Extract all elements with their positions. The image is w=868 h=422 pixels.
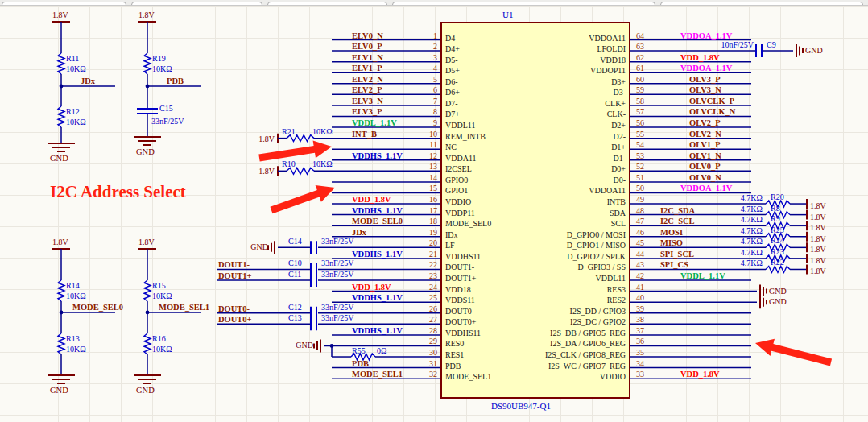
resistor-value[interactable]: 0Ω bbox=[377, 347, 386, 355]
net-label[interactable]: VDDL_1.1V bbox=[680, 272, 725, 281]
resistor-ref[interactable]: R23 bbox=[771, 248, 784, 256]
sheet-tab[interactable] bbox=[131, 2, 262, 6]
gnd-label[interactable]: GND bbox=[805, 47, 823, 55]
power-rail-label[interactable]: 1.8V bbox=[810, 257, 826, 265]
net-label[interactable]: JDx bbox=[81, 77, 95, 86]
capacitor-value[interactable]: 10nF/25V bbox=[721, 41, 754, 49]
capacitor-ref[interactable]: C15 bbox=[159, 105, 173, 113]
net-label[interactable]: ELV0_P bbox=[352, 43, 382, 52]
net-label[interactable]: VDDOA_1.1V bbox=[680, 32, 732, 41]
net-label[interactable]: ELV1_P bbox=[352, 64, 382, 73]
net-label[interactable]: OLV1_N bbox=[689, 152, 721, 161]
resistor-symbol[interactable] bbox=[287, 168, 314, 174]
net-label[interactable]: ELV0_N bbox=[352, 32, 383, 41]
resistor-value[interactable]: 10KΩ bbox=[152, 345, 172, 354]
net-label[interactable]: MOSI bbox=[660, 229, 683, 238]
resistor-ref[interactable]: R19 bbox=[152, 55, 166, 63]
resistor-symbol[interactable] bbox=[144, 53, 151, 74]
net-label[interactable]: VDDHS_1.1V bbox=[352, 152, 403, 161]
capacitor-value[interactable]: 33nF/25V bbox=[321, 271, 354, 279]
net-label[interactable]: MODE_SEL0 bbox=[72, 304, 123, 312]
gnd-label[interactable]: GND bbox=[136, 387, 155, 395]
net-label[interactable]: VDDHS_1.1V bbox=[352, 250, 403, 259]
chip-refdes[interactable]: U1 bbox=[502, 10, 513, 19]
net-label[interactable]: OLV2_N bbox=[689, 130, 721, 139]
net-label[interactable]: VDDOA_1.1V bbox=[680, 64, 732, 73]
net-label[interactable]: MODE_SEL1 bbox=[352, 370, 403, 379]
resistor-symbol[interactable] bbox=[58, 280, 64, 301]
resistor-value[interactable]: 4.7KΩ bbox=[741, 259, 763, 267]
power-rail-label[interactable]: 1.8V bbox=[138, 11, 155, 19]
resistor-symbol[interactable] bbox=[144, 280, 151, 301]
capacitor-ref[interactable]: C12 bbox=[288, 304, 302, 312]
resistor-value[interactable]: 4.7KΩ bbox=[741, 216, 763, 224]
capacitor-ref[interactable]: C9 bbox=[767, 41, 776, 49]
gnd-label[interactable]: GND bbox=[769, 298, 787, 306]
annotation-arrow[interactable] bbox=[258, 141, 332, 162]
resistor-ref[interactable]: R21 bbox=[282, 128, 296, 136]
net-label[interactable]: VDD_1.8V bbox=[680, 54, 720, 63]
net-label[interactable]: DOUT0+ bbox=[218, 316, 252, 325]
power-rail-label[interactable]: 1.8V bbox=[810, 213, 826, 221]
net-label[interactable]: OLV0_P bbox=[689, 163, 721, 172]
net-label[interactable]: JDx bbox=[352, 229, 366, 238]
power-rail-label[interactable]: 1.8V bbox=[138, 238, 155, 246]
net-label[interactable]: ELV1_N bbox=[352, 54, 383, 63]
capacitor-ref[interactable]: C11 bbox=[288, 271, 301, 279]
resistor-ref[interactable]: R20 bbox=[771, 193, 784, 201]
power-rail-label[interactable]: 1.8V bbox=[810, 235, 826, 243]
annotation-title[interactable]: I2C Address Select bbox=[50, 184, 186, 201]
resistor-value[interactable]: 4.7KΩ bbox=[741, 249, 763, 257]
sheet-tab[interactable] bbox=[267, 2, 387, 6]
net-label[interactable]: I2C_SDA bbox=[660, 207, 695, 216]
resistor-ref[interactable]: R25 bbox=[771, 226, 784, 234]
power-rail-label[interactable]: 1.8V bbox=[52, 238, 68, 246]
resistor-symbol[interactable] bbox=[58, 53, 64, 74]
net-label[interactable]: OLV2_P bbox=[689, 119, 721, 128]
capacitor-ref[interactable]: C14 bbox=[288, 238, 302, 246]
net-label[interactable]: SPI_CS bbox=[660, 261, 688, 270]
annotation-arrow[interactable] bbox=[271, 185, 336, 213]
resistor-value[interactable]: 10KΩ bbox=[152, 292, 172, 300]
power-rail-label[interactable]: 1.8V bbox=[52, 11, 68, 19]
gnd-label[interactable]: GND bbox=[769, 288, 787, 296]
net-label[interactable]: OLVCLK_N bbox=[689, 108, 735, 117]
net-label[interactable]: OLV0_N bbox=[689, 174, 721, 183]
resistor-ref[interactable]: R14 bbox=[66, 282, 80, 290]
net-label[interactable]: MODE_SEL0 bbox=[352, 217, 403, 226]
resistor-value[interactable]: 10KΩ bbox=[66, 345, 86, 354]
resistor-value[interactable]: 4.7KΩ bbox=[741, 194, 763, 202]
net-label[interactable]: VDDHS_1.1V bbox=[352, 327, 403, 336]
resistor-value[interactable]: 10KΩ bbox=[152, 65, 172, 73]
net-label[interactable]: INT_B bbox=[352, 130, 377, 139]
net-label[interactable]: OLV1_P bbox=[689, 141, 721, 150]
resistor-value[interactable]: 4.7KΩ bbox=[741, 205, 763, 213]
resistor-value[interactable]: 10KΩ bbox=[312, 160, 333, 168]
net-label[interactable]: VDDHS_1.1V bbox=[352, 294, 403, 303]
capacitor-value[interactable]: 33nF/25V bbox=[321, 238, 354, 246]
capacitor-value[interactable]: 33nF/25V bbox=[151, 118, 184, 126]
resistor-value[interactable]: 10KΩ bbox=[66, 118, 86, 126]
resistor-symbol[interactable] bbox=[766, 266, 790, 272]
capacitor-value[interactable]: 33nF/25V bbox=[321, 304, 354, 312]
net-label[interactable]: MISO bbox=[660, 239, 683, 248]
net-label[interactable]: VDD_1.8V bbox=[352, 283, 391, 292]
gnd-label[interactable]: GND bbox=[296, 341, 313, 350]
resistor-ref[interactable]: R10 bbox=[282, 160, 296, 168]
power-rail-label[interactable]: 1.8V bbox=[810, 267, 826, 275]
capacitor-value[interactable]: 33nF/25V bbox=[321, 314, 354, 322]
power-rail-label[interactable]: 1.8V bbox=[258, 135, 275, 143]
net-label[interactable]: VDDHS_1.1V bbox=[352, 207, 403, 216]
sheet-tab[interactable] bbox=[2, 2, 126, 6]
annotation-arrow[interactable] bbox=[755, 339, 832, 366]
resistor-ref[interactable]: R24 bbox=[771, 237, 784, 245]
net-label[interactable]: I2C_SCL bbox=[660, 217, 695, 226]
resistor-ref[interactable]: R12 bbox=[66, 108, 80, 116]
net-label[interactable]: SPI_SCL bbox=[660, 250, 694, 259]
resistor-value[interactable]: 10KΩ bbox=[66, 292, 86, 300]
resistor-ref[interactable]: R11 bbox=[66, 55, 79, 63]
net-label[interactable]: PDB bbox=[352, 360, 369, 369]
net-label[interactable]: PDB bbox=[167, 77, 184, 86]
sheet-tab[interactable] bbox=[392, 2, 655, 6]
net-label[interactable]: OLVCLK_P bbox=[689, 97, 734, 106]
